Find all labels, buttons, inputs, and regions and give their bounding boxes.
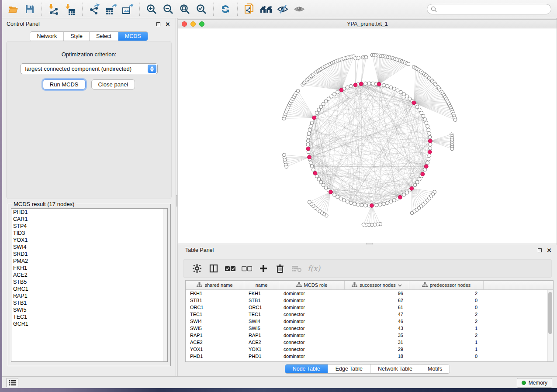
table-row[interactable]: ORC1ORC1dominator610 <box>186 304 553 311</box>
table-cell: ACE2 <box>244 339 279 346</box>
add-column-button[interactable] <box>255 261 272 276</box>
table-row[interactable]: TEC1TEC1connector472 <box>186 311 553 318</box>
table-row[interactable]: PHD1PHD1dominator180 <box>186 353 553 360</box>
zoom-selected-button[interactable] <box>193 1 210 17</box>
close-table-panel-button[interactable]: ✕ <box>546 247 553 254</box>
float-table-panel-button[interactable] <box>536 247 543 254</box>
mcds-result-item[interactable]: GCR1 <box>11 320 167 327</box>
mcds-result-item[interactable]: TID3 <box>11 230 167 237</box>
tab-network[interactable]: Network <box>30 32 63 41</box>
mcds-result-item[interactable]: SWI5 <box>11 306 167 313</box>
mcds-result-item[interactable]: STP4 <box>11 223 167 230</box>
tab-select[interactable]: Select <box>89 32 118 41</box>
criterion-dropdown[interactable]: largest connected component (undirected) <box>21 63 158 74</box>
mcds-result-item[interactable]: PHD1 <box>11 209 167 216</box>
network-window-title: YPA_prune.txt_1 <box>178 21 557 27</box>
tab-motifs[interactable]: Motifs <box>420 364 450 373</box>
delete-table-button[interactable] <box>288 261 305 276</box>
task-history-button[interactable] <box>6 378 18 387</box>
zoom-in-button[interactable] <box>143 1 160 17</box>
tab-style[interactable]: Style <box>63 32 89 41</box>
table-row[interactable]: ACE2ACE2connector311 <box>186 339 553 346</box>
column-header-successor-nodes[interactable]: successor nodes <box>345 281 409 289</box>
save-session-button[interactable] <box>21 1 38 17</box>
mcds-result-item[interactable]: STB1 <box>11 299 167 306</box>
mcds-result-item[interactable]: ORC1 <box>11 285 167 292</box>
table-cell: TEC1 <box>244 311 279 318</box>
mcds-result-item[interactable]: TEC1 <box>11 313 167 320</box>
zoom-fit-icon <box>179 3 190 15</box>
export-image-button[interactable] <box>119 1 136 17</box>
table-row[interactable]: FKH1FKH1dominator962 <box>186 290 553 297</box>
zoom-fit-button[interactable] <box>176 1 193 17</box>
table-row[interactable]: STB1STB1dominator620 <box>186 297 553 304</box>
close-panel-button[interactable]: ✕ <box>164 21 171 28</box>
column-header-name[interactable]: name <box>244 281 279 289</box>
mcds-result-item[interactable]: SWI4 <box>11 244 167 251</box>
share-network-button[interactable] <box>241 1 258 17</box>
table-row[interactable]: YOX1YOX1connector291 <box>186 346 553 353</box>
table-cell: PHD1 <box>244 353 279 360</box>
table-scrollbar[interactable] <box>547 290 553 361</box>
select-all-button[interactable] <box>222 261 239 276</box>
column-header-shared-name[interactable]: shared name <box>186 281 244 289</box>
delete-column-button[interactable] <box>272 261 288 276</box>
mcds-result-item[interactable]: FKH1 <box>11 265 167 272</box>
table-row[interactable]: SWI5SWI5connector431 <box>186 325 553 332</box>
mcds-result-item[interactable]: CAR1 <box>11 216 167 223</box>
float-icon <box>156 22 160 26</box>
export-network-button[interactable] <box>86 1 103 17</box>
table-cell: YOX1 <box>244 346 279 353</box>
toolbar-separator <box>213 3 214 16</box>
columns-icon <box>209 264 218 273</box>
table-settings-button[interactable] <box>189 261 205 276</box>
splitter-grip[interactable] <box>176 195 177 206</box>
table-cell: 31 <box>345 339 409 346</box>
column-header-MCDS-role[interactable]: MCDS role <box>279 281 345 289</box>
mcds-result-item[interactable]: STB5 <box>11 279 167 285</box>
toolbar-separator <box>82 3 83 16</box>
application-window: Control Panel ✕ NetworkStyleSelectMCDS O… <box>2 0 557 388</box>
hide-details-button[interactable] <box>274 1 291 17</box>
function-builder-button[interactable]: f(x) <box>308 264 320 273</box>
import-network-icon <box>48 3 60 15</box>
import-table-button[interactable] <box>62 1 79 17</box>
result-list-scrollbar[interactable] <box>163 209 167 362</box>
column-label: name <box>256 282 268 288</box>
mcds-result-item[interactable]: PMA2 <box>11 258 167 265</box>
run-mcds-button[interactable]: Run MCDS <box>43 79 86 89</box>
mcds-result-item[interactable]: RAP1 <box>11 292 167 299</box>
column-header-predecessor-nodes[interactable]: predecessor nodes <box>409 281 484 289</box>
mcds-result-item[interactable]: ACE2 <box>11 272 167 279</box>
close-panel-button-secondary[interactable]: Close panel <box>91 79 135 89</box>
import-network-button[interactable] <box>45 1 62 17</box>
mcds-result-item[interactable]: YOX1 <box>11 237 167 244</box>
memory-button[interactable]: Memory <box>517 378 552 388</box>
show-columns-button[interactable] <box>205 261 222 276</box>
float-panel-button[interactable] <box>155 21 162 28</box>
zoom-out-button[interactable] <box>160 1 176 17</box>
neighbors-button[interactable] <box>258 1 274 17</box>
tab-mcds[interactable]: MCDS <box>118 32 148 41</box>
table-cell: 2 <box>409 318 484 325</box>
show-details-button[interactable] <box>291 1 308 17</box>
deselect-all-button[interactable] <box>239 261 255 276</box>
table-cell: 18 <box>345 353 409 360</box>
mcds-result-group: MCDS result (17 nodes) PHD1CAR1STP4TID3Y… <box>8 204 171 366</box>
export-table-button[interactable] <box>103 1 119 17</box>
tab-edge-table[interactable]: Edge Table <box>328 364 370 373</box>
open-session-button[interactable] <box>5 1 21 17</box>
apply-layout-button[interactable] <box>217 1 234 17</box>
table-scrollbar-thumb[interactable] <box>548 292 552 334</box>
mcds-result-list[interactable]: PHD1CAR1STP4TID3YOX1SWI4SRD1PMA2FKH1ACE2… <box>11 208 168 362</box>
search-input[interactable] <box>427 4 551 14</box>
table-row[interactable]: RAP1RAP1dominator352 <box>186 332 553 339</box>
table-cell: 35 <box>345 332 409 339</box>
table-row[interactable]: SWI4SWI4dominator462 <box>186 318 553 325</box>
mcds-result-item[interactable]: SRD1 <box>11 251 167 258</box>
shared-column-icon <box>197 282 202 289</box>
refresh-layout-icon <box>220 3 231 15</box>
tab-node-table[interactable]: Node Table <box>285 364 328 373</box>
tab-network-table[interactable]: Network Table <box>370 364 420 373</box>
network-canvas[interactable] <box>178 28 557 244</box>
